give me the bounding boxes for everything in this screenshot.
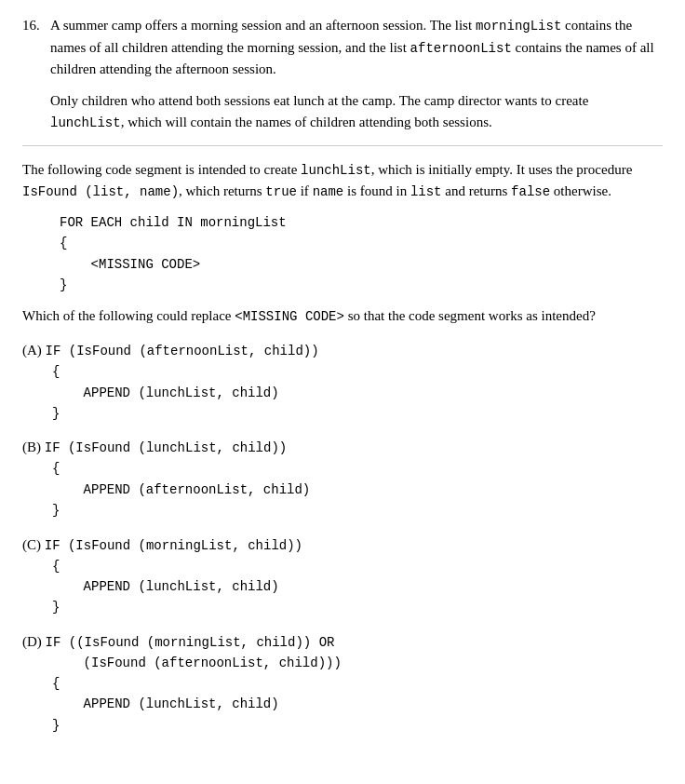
answer-choice-b: (B) IF (IsFound (lunchList, child)) { AP…: [22, 437, 663, 520]
answer-choice-d: (D) IF ((IsFound (morningList, child)) O…: [22, 631, 663, 737]
question-number: 16.: [22, 15, 45, 36]
question-body: A summer camp offers a morning session a…: [50, 15, 663, 134]
answer-choice-c: (C) IF (IsFound (morningList, child)) { …: [22, 534, 663, 618]
question-paragraph-1: A summer camp offers a morning session a…: [50, 15, 663, 81]
answer-label-d: (D): [22, 634, 46, 649]
answer-label-c: (C): [22, 537, 45, 552]
question-paragraph-2: Only children who attend both sessions e…: [50, 90, 663, 134]
section-divider: [22, 145, 663, 146]
answer-label-a: (A): [22, 343, 46, 358]
main-code-block: FOR EACH child IN morningList { <MISSING…: [60, 212, 663, 296]
answer-label-b: (B): [22, 439, 45, 454]
intro-text: The following code segment is intended t…: [22, 159, 663, 203]
question-prompt: Which of the following could replace <MI…: [22, 305, 663, 328]
answer-code-c: { APPEND (lunchList, child) }: [52, 556, 663, 618]
answer-choice-a: (A) IF (IsFound (afternoonList, child)) …: [22, 340, 663, 424]
answer-code-a: { APPEND (lunchList, child) }: [52, 361, 663, 424]
question-16: 16. A summer camp offers a morning sessi…: [22, 15, 663, 134]
answer-code-d: (IsFound (afternoonList, child))) { APPE…: [52, 653, 663, 737]
answer-code-b: { APPEND (afternoonList, child) }: [52, 458, 663, 520]
